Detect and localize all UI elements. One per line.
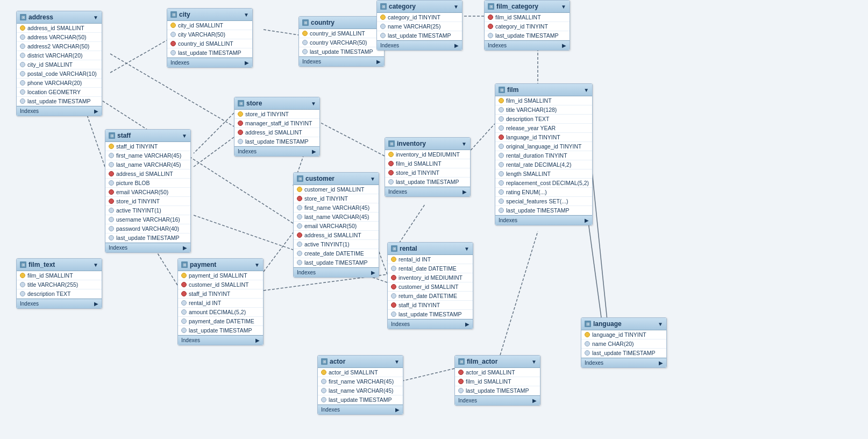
table-sort-arrow-payment[interactable]: ▼ <box>254 262 260 268</box>
svg-line-4 <box>194 137 234 167</box>
field-row: address_id SMALLINT <box>294 231 379 240</box>
table-staff[interactable]: ⊞staff▼staff_id TINYINTfirst_name VARCHA… <box>105 129 191 253</box>
field-row: film_id SMALLINT <box>17 271 102 280</box>
indexes-arrow-icon: ▶ <box>255 337 260 343</box>
field-icon-nullable <box>499 199 504 204</box>
table-header-store: ⊞store▼ <box>234 97 319 110</box>
field-row: language_id TINYINT <box>495 133 592 142</box>
table-indexes-inventory[interactable]: Indexes▶ <box>385 187 470 196</box>
field-row: password VARCHAR(40) <box>105 224 190 233</box>
table-indexes-store[interactable]: Indexes▶ <box>234 146 319 156</box>
field-icon-nullable <box>297 242 302 247</box>
field-name: manager_staff_id TINYINT <box>245 120 312 126</box>
field-name: store_id TINYINT <box>396 169 439 176</box>
field-name: username VARCHAR(16) <box>116 216 180 223</box>
table-indexes-staff[interactable]: Indexes▶ <box>105 243 190 252</box>
table-category[interactable]: ⊞category▼category_id TINYINTname VARCHA… <box>376 0 463 51</box>
table-country[interactable]: ⊞country▼country_id SMALLINTcountry VARC… <box>298 16 385 67</box>
table-sort-arrow-inventory[interactable]: ▼ <box>461 141 467 147</box>
field-row: first_name VARCHAR(45) <box>105 151 190 160</box>
field-row: release_year YEAR <box>495 124 592 133</box>
table-sort-arrow-store[interactable]: ▼ <box>311 101 316 107</box>
field-name: email VARCHAR(50) <box>116 189 168 195</box>
field-row: address VARCHAR(50) <box>17 33 102 42</box>
table-indexes-film_actor[interactable]: Indexes▶ <box>455 395 540 405</box>
table-icon-film: ⊞ <box>499 87 505 93</box>
table-store[interactable]: ⊞store▼store_id TINYINTmanager_staff_id … <box>234 97 320 157</box>
indexes-label: Indexes <box>20 108 39 114</box>
table-title-payment: payment <box>190 261 252 268</box>
field-icon-nullable <box>181 318 187 324</box>
table-indexes-city[interactable]: Indexes▶ <box>167 58 252 67</box>
table-indexes-film_text[interactable]: Indexes▶ <box>17 299 102 308</box>
table-indexes-customer[interactable]: Indexes▶ <box>294 267 379 277</box>
table-address[interactable]: ⊞address▼address_id SMALLINTaddress VARC… <box>16 11 102 116</box>
table-indexes-category[interactable]: Indexes▶ <box>377 40 462 50</box>
field-icon-key <box>585 332 590 337</box>
table-sort-arrow-film_actor[interactable]: ▼ <box>531 359 537 365</box>
field-row: title VARCHAR(255) <box>17 280 102 289</box>
field-name: last_update TIMESTAMP <box>304 259 368 266</box>
field-row: rental_date DATETIME <box>388 264 473 273</box>
table-payment[interactable]: ⊞payment▼payment_id SMALLINTcustomer_id … <box>177 258 264 345</box>
table-indexes-address[interactable]: Indexes▶ <box>17 106 102 116</box>
table-indexes-rental[interactable]: Indexes▶ <box>388 319 473 329</box>
table-title-country: country <box>311 19 373 26</box>
table-indexes-film[interactable]: Indexes▶ <box>495 215 592 225</box>
field-name: customer_id SMALLINT <box>399 284 458 290</box>
svg-line-0 <box>110 40 167 73</box>
field-icon-fk <box>170 41 176 46</box>
field-icon-nullable <box>20 62 25 67</box>
table-film_actor[interactable]: ⊞film_actor▼actor_id SMALLINTfilm_id SMA… <box>454 355 540 406</box>
table-sort-arrow-actor[interactable]: ▼ <box>394 359 400 365</box>
table-sort-arrow-language[interactable]: ▼ <box>658 321 663 327</box>
field-name: length SMALLINT <box>506 171 551 177</box>
table-city[interactable]: ⊞city▼city_id SMALLINTcity VARCHAR(50)co… <box>167 8 253 68</box>
field-icon-key <box>181 273 187 278</box>
field-name: last_name VARCHAR(45) <box>304 214 369 220</box>
table-film_text[interactable]: ⊞film_text▼film_id SMALLINTtitle VARCHAR… <box>16 258 102 309</box>
table-indexes-actor[interactable]: Indexes▶ <box>318 405 403 414</box>
indexes-label: Indexes <box>499 217 517 223</box>
field-name: first_name VARCHAR(45) <box>329 378 394 385</box>
table-film[interactable]: ⊞film▼film_id SMALLINTtitle VARCHAR(128)… <box>495 83 593 225</box>
field-name: store_id TINYINT <box>116 198 160 204</box>
field-icon-nullable <box>297 205 302 210</box>
field-icon-nullable <box>181 300 187 306</box>
field-name: staff_id TINYINT <box>189 291 230 297</box>
indexes-arrow-icon: ▶ <box>465 321 469 327</box>
table-inventory[interactable]: ⊞inventory▼inventory_id MEDIUMINTfilm_id… <box>385 137 471 197</box>
field-row: film_id SMALLINT <box>385 159 470 168</box>
indexes-arrow-icon: ▶ <box>183 245 187 251</box>
table-indexes-country[interactable]: Indexes▶ <box>299 56 384 66</box>
table-sort-arrow-address[interactable]: ▼ <box>93 15 98 20</box>
table-indexes-language[interactable]: Indexes▶ <box>581 358 666 367</box>
field-name: rental_id INT <box>399 256 431 263</box>
table-sort-arrow-staff[interactable]: ▼ <box>182 133 187 139</box>
table-indexes-payment[interactable]: Indexes▶ <box>178 335 263 345</box>
field-row: address_id SMALLINT <box>17 24 102 33</box>
field-row: active TINYINT(1) <box>294 240 379 249</box>
table-language[interactable]: ⊞language▼language_id TINYINTname CHAR(2… <box>581 317 667 368</box>
table-film_category[interactable]: ⊞film_category▼film_id SMALLINTcategory_… <box>484 0 570 51</box>
table-customer[interactable]: ⊞customer▼customer_id SMALLINTstore_id T… <box>293 172 379 278</box>
field-name: language_id TINYINT <box>506 134 560 140</box>
field-icon-key <box>170 23 176 28</box>
table-sort-arrow-film_category[interactable]: ▼ <box>561 4 566 10</box>
table-sort-arrow-customer[interactable]: ▼ <box>370 176 375 182</box>
table-sort-arrow-film[interactable]: ▼ <box>584 87 589 93</box>
field-icon-nullable <box>499 189 504 195</box>
table-sort-arrow-film_text[interactable]: ▼ <box>93 262 98 268</box>
table-sort-arrow-city[interactable]: ▼ <box>244 12 249 18</box>
table-actor[interactable]: ⊞actor▼actor_id SMALLINTfirst_name VARCH… <box>317 355 403 415</box>
field-icon-nullable <box>391 266 396 271</box>
field-row: length SMALLINT <box>495 169 592 179</box>
table-indexes-film_category[interactable]: Indexes▶ <box>485 40 570 50</box>
field-icon-nullable <box>20 98 25 104</box>
table-header-film: ⊞film▼ <box>495 84 592 96</box>
table-sort-arrow-rental[interactable]: ▼ <box>464 246 469 252</box>
table-header-film_category: ⊞film_category▼ <box>485 1 570 13</box>
table-sort-arrow-category[interactable]: ▼ <box>453 4 459 10</box>
field-name: payment_date DATETIME <box>189 318 254 324</box>
table-rental[interactable]: ⊞rental▼rental_id INTrental_date DATETIM… <box>387 242 473 329</box>
